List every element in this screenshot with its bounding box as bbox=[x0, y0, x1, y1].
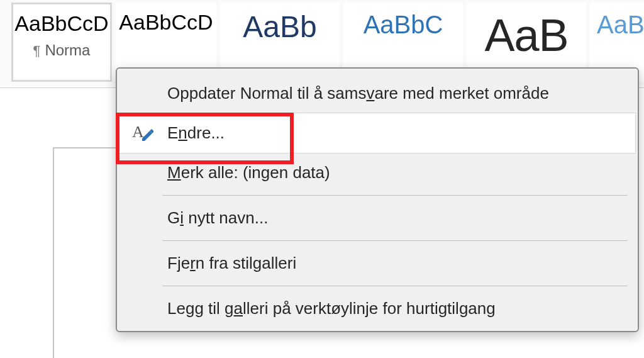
edit-style-icon: A bbox=[131, 122, 153, 145]
menu-separator bbox=[162, 286, 628, 286]
menu-label: Fjern fra stilgalleri bbox=[167, 254, 296, 273]
menu-label: Legg til galleri på verktøylinje for hur… bbox=[167, 299, 496, 318]
menu-modify[interactable]: A Endre... bbox=[119, 113, 635, 153]
menu-label: Gi nytt navn... bbox=[167, 208, 268, 228]
svg-text:A: A bbox=[132, 123, 144, 141]
menu-update-to-match[interactable]: Oppdater Normal til å samsvare med merke… bbox=[119, 74, 635, 113]
menu-separator bbox=[162, 240, 628, 241]
style-preview-text: AaBbC bbox=[344, 11, 462, 38]
menu-label: Endre... bbox=[167, 123, 225, 143]
style-normal[interactable]: AaBbCcD ¶ Norma bbox=[11, 3, 112, 82]
style-preview-text: AaB bbox=[467, 11, 586, 60]
style-context-menu: Oppdater Normal til å samsvare med merke… bbox=[116, 67, 639, 332]
style-preview-text: AaBbCcD bbox=[116, 11, 216, 34]
menu-rename[interactable]: Gi nytt navn... bbox=[119, 198, 635, 238]
menu-label: Merk alle: (ingen data) bbox=[167, 163, 330, 182]
menu-remove-from-gallery[interactable]: Fjern fra stilgalleri bbox=[119, 243, 635, 283]
menu-add-to-qat[interactable]: Legg til galleri på verktøylinje for hur… bbox=[119, 289, 635, 328]
style-label: ¶ Norma bbox=[33, 42, 91, 59]
menu-label: Oppdater Normal til å samsvare med merke… bbox=[167, 84, 549, 103]
style-preview-text: AaBbCcD bbox=[13, 12, 110, 35]
style-preview-text: AaBb bbox=[221, 11, 339, 44]
menu-select-all[interactable]: Merk alle: (ingen data) bbox=[119, 153, 635, 193]
pilcrow-icon: ¶ bbox=[33, 43, 41, 59]
menu-separator bbox=[162, 195, 628, 196]
style-preview-text: AaBb bbox=[591, 11, 644, 38]
